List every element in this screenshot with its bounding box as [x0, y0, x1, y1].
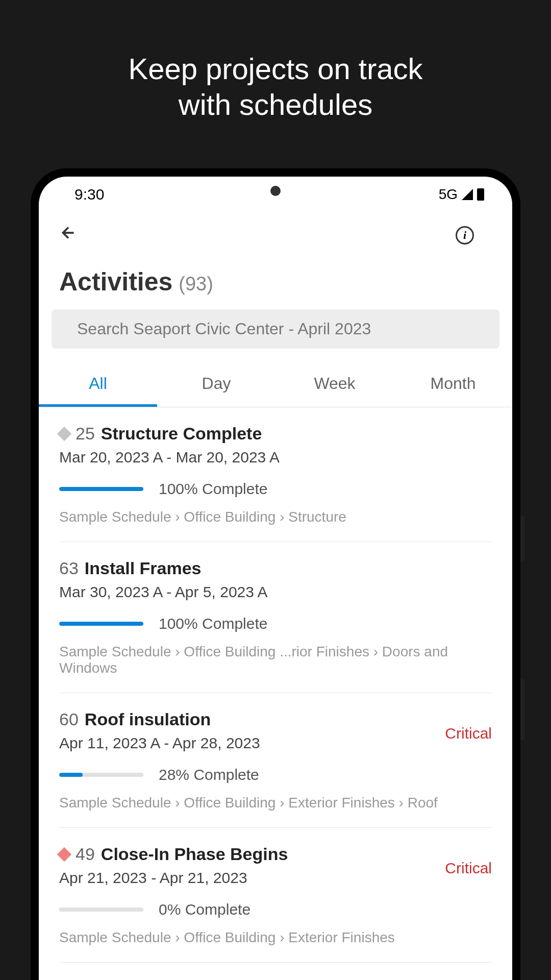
activity-number: 60 [59, 709, 79, 729]
progress-bar [59, 908, 143, 912]
progress-fill [59, 622, 143, 626]
activity-item[interactable]: 63 Install Frames Mar 30, 2023 A - Apr 5… [59, 542, 492, 693]
status-time: 9:30 [74, 186, 104, 203]
tab-week[interactable]: Week [276, 364, 394, 407]
activity-title-row: 25 Structure Complete [59, 424, 280, 444]
progress-fill [59, 773, 83, 777]
activity-dates: Mar 30, 2023 A - Apr 5, 2023 A [59, 583, 268, 601]
promo-line-2: with schedules [0, 87, 551, 122]
back-button[interactable] [59, 224, 78, 247]
status-right: 5G [439, 186, 484, 203]
progress-text: 0% Complete [159, 901, 251, 918]
activity-header: 60 Roof insulation Apr 11, 2023 A - Apr … [59, 709, 492, 752]
activity-dates: Apr 11, 2023 A - Apr 28, 2023 [59, 734, 260, 752]
activity-breadcrumb: Sample Schedule › Office Building › Exte… [59, 795, 492, 811]
arrow-left-icon [59, 224, 78, 242]
progress-bar [59, 487, 143, 491]
activity-number: 63 [59, 558, 79, 578]
activity-header: 49 Close-In Phase Begins Apr 21, 2023 - … [59, 844, 492, 887]
search-input[interactable]: Search Seaport Civic Center - April 2023 [52, 309, 499, 349]
activity-breadcrumb: Sample Schedule › Office Building › Stru… [59, 509, 492, 525]
activity-breadcrumb: Sample Schedule › Office Building ...rio… [59, 644, 492, 676]
progress-bar [59, 622, 143, 626]
promo-heading: Keep projects on track with schedules [0, 0, 551, 122]
tab-month[interactable]: Month [394, 364, 512, 407]
progress-text: 100% Complete [159, 615, 267, 632]
phone-side-button [520, 679, 524, 740]
page-count: (93) [179, 273, 213, 295]
activity-name: Structure Complete [101, 424, 262, 444]
tab-all[interactable]: All [39, 364, 157, 407]
progress-bar [59, 773, 143, 777]
activity-list: 25 Structure Complete Mar 20, 2023 A - M… [39, 407, 512, 963]
battery-icon [477, 188, 484, 201]
phone-screen: 9:30 5G i [39, 177, 512, 980]
activity-title-row: 63 Install Frames [59, 558, 268, 578]
signal-icon [462, 189, 473, 200]
activity-dates: Mar 20, 2023 A - Mar 20, 2023 A [59, 449, 280, 466]
progress-row: 0% Complete [59, 901, 492, 918]
search-placeholder: Search Seaport Civic Center - April 2023 [77, 320, 371, 338]
network-label: 5G [439, 186, 458, 203]
activity-title-row: 60 Roof insulation [59, 709, 260, 729]
promo-line-1: Keep projects on track [0, 51, 551, 87]
phone-frame: 9:30 5G i [31, 168, 520, 980]
page-title: Activities [59, 267, 172, 297]
progress-text: 100% Complete [159, 480, 267, 498]
critical-badge: Critical [445, 725, 492, 742]
activity-item[interactable]: 25 Structure Complete Mar 20, 2023 A - M… [59, 407, 492, 542]
activity-number: 25 [76, 424, 95, 444]
page-title-row: Activities (93) [39, 257, 512, 309]
progress-text: 28% Complete [159, 766, 259, 783]
phone-side-button [520, 516, 524, 561]
activity-number: 49 [76, 844, 95, 864]
app-bar: i [39, 208, 512, 257]
activity-name: Install Frames [85, 558, 202, 578]
critical-badge: Critical [445, 860, 492, 877]
activity-name: Close-In Phase Begins [101, 844, 288, 864]
tabs: All Day Week Month [39, 364, 512, 407]
progress-row: 100% Complete [59, 615, 492, 632]
activity-header: 25 Structure Complete Mar 20, 2023 A - M… [59, 424, 492, 466]
activity-item[interactable]: 60 Roof insulation Apr 11, 2023 A - Apr … [59, 693, 492, 828]
activity-name: Roof insulation [85, 709, 211, 729]
tab-day[interactable]: Day [157, 364, 276, 407]
activity-item[interactable]: 49 Close-In Phase Begins Apr 21, 2023 - … [59, 828, 492, 963]
progress-row: 28% Complete [59, 766, 492, 783]
activity-title-row: 49 Close-In Phase Begins [59, 844, 288, 864]
status-bar: 9:30 5G [39, 177, 512, 208]
progress-row: 100% Complete [59, 480, 492, 498]
camera-dot [270, 186, 281, 196]
activity-header: 63 Install Frames Mar 30, 2023 A - Apr 5… [59, 558, 492, 601]
info-button[interactable]: i [456, 226, 474, 244]
milestone-diamond-icon [57, 426, 71, 440]
progress-fill [59, 487, 143, 491]
activity-dates: Apr 21, 2023 - Apr 21, 2023 [59, 869, 288, 887]
milestone-diamond-icon [57, 847, 71, 861]
activity-breadcrumb: Sample Schedule › Office Building › Exte… [59, 929, 492, 946]
